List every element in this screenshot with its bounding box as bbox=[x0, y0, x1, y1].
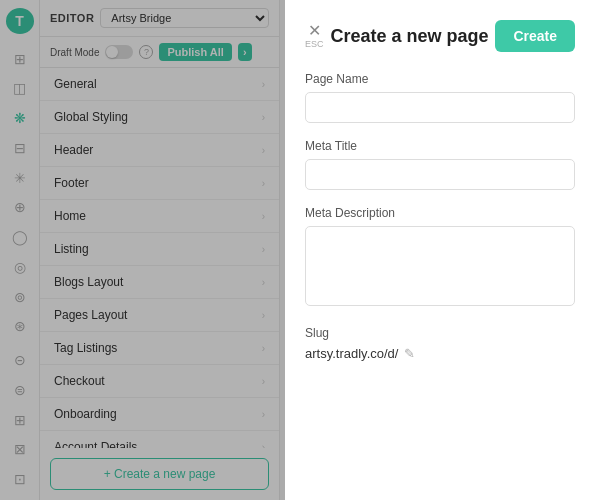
modal-title: Create a new page bbox=[330, 26, 488, 47]
slug-value: artsy.tradly.co/d/ bbox=[305, 346, 398, 361]
meta-title-label: Meta Title bbox=[305, 139, 575, 153]
meta-title-input[interactable] bbox=[305, 159, 575, 190]
modal-create-button[interactable]: Create bbox=[495, 20, 575, 52]
page-name-input[interactable] bbox=[305, 92, 575, 123]
meta-title-field: Meta Title bbox=[305, 139, 575, 190]
meta-description-field: Meta Description bbox=[305, 206, 575, 310]
slug-field: Slug artsy.tradly.co/d/ ✎ bbox=[305, 326, 575, 361]
page-name-label: Page Name bbox=[305, 72, 575, 86]
meta-description-label: Meta Description bbox=[305, 206, 575, 220]
create-page-modal: ✕ ESC Create a new page Create Page Name… bbox=[285, 0, 595, 500]
meta-description-input[interactable] bbox=[305, 226, 575, 306]
modal-close-button[interactable]: ✕ ESC bbox=[305, 23, 324, 49]
slug-label: Slug bbox=[305, 326, 575, 340]
slug-edit-icon[interactable]: ✎ bbox=[404, 346, 415, 361]
page-name-field: Page Name bbox=[305, 72, 575, 123]
slug-row: artsy.tradly.co/d/ ✎ bbox=[305, 346, 575, 361]
esc-label: ESC bbox=[305, 39, 324, 49]
close-icon: ✕ bbox=[308, 23, 321, 39]
modal-header: ✕ ESC Create a new page Create bbox=[305, 20, 575, 52]
